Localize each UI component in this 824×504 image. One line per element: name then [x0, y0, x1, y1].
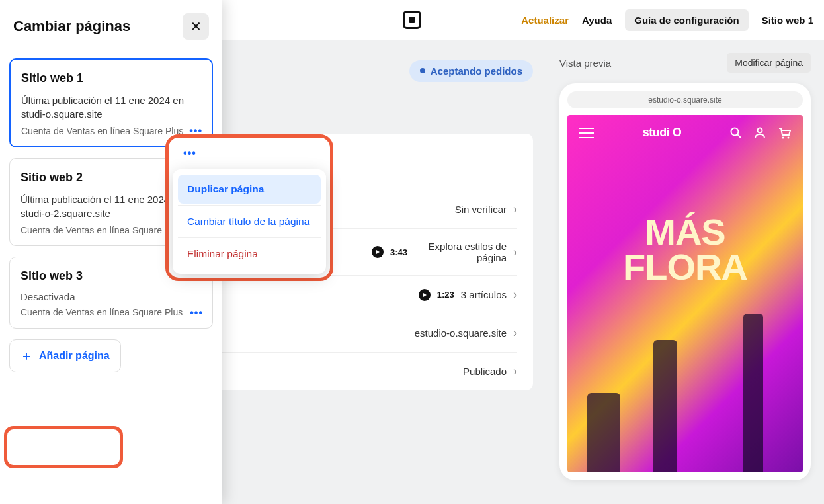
video-duration: 3:43	[390, 247, 407, 257]
chevron-right-icon: ›	[513, 288, 517, 302]
close-icon: ✕	[190, 19, 202, 34]
chevron-right-icon: ›	[513, 202, 517, 216]
orders-status-label: Aceptando pedidos	[431, 65, 522, 77]
preview-hero-text: MÁS FLORA	[567, 214, 803, 284]
site-options-popover: Duplicar página Cambiar título de la pág…	[173, 169, 326, 274]
task-status: Sin verificar	[455, 204, 507, 215]
play-icon[interactable]	[372, 246, 384, 258]
site-card-more-button[interactable]: •••	[190, 307, 203, 319]
search-icon[interactable]	[730, 127, 742, 139]
add-page-label: Añadir página	[39, 350, 110, 362]
svg-point-2	[782, 136, 784, 138]
preview-brand: studi O	[643, 126, 682, 140]
chevron-right-icon: ›	[513, 364, 517, 378]
more-options-trigger[interactable]: •••	[177, 142, 203, 165]
svg-point-0	[731, 128, 739, 135]
site-options-popover-wrapper: ••• Duplicar página Cambiar título de la…	[165, 134, 333, 281]
site-card-publication: Última publicación el 11 ene 2024 en stu…	[21, 93, 201, 121]
preview-url: estudio-o.square.site	[567, 91, 803, 108]
user-icon[interactable]	[754, 127, 766, 139]
task-status: 3 artículos	[461, 289, 507, 300]
popover-rename[interactable]: Cambiar título de la página	[178, 207, 321, 236]
site-selector[interactable]: Sitio web 1	[762, 15, 813, 26]
popover-duplicate[interactable]: Duplicar página	[178, 175, 321, 204]
orders-status-badge: Aceptando pedidos	[409, 60, 533, 82]
task-status: Explora estilos de página	[414, 241, 507, 263]
menu-icon[interactable]	[579, 128, 594, 138]
site-card-title: Sitio web 1	[21, 71, 201, 85]
video-duration: 1:23	[437, 290, 454, 300]
upgrade-link[interactable]: Actualizar	[521, 15, 569, 26]
plus-icon: ＋	[21, 348, 32, 364]
chevron-right-icon: ›	[513, 326, 517, 340]
task-status: Publicado	[463, 366, 507, 377]
popover-delete[interactable]: Eliminar página	[178, 239, 321, 269]
play-icon[interactable]	[419, 289, 431, 301]
modify-page-button[interactable]: Modificar página	[727, 53, 811, 73]
cart-icon[interactable]	[778, 127, 791, 139]
close-button[interactable]: ✕	[183, 13, 209, 40]
help-link[interactable]: Ayuda	[582, 15, 612, 26]
chevron-right-icon: ›	[513, 245, 517, 259]
svg-point-3	[788, 136, 790, 138]
add-page-button[interactable]: ＋ Añadir página	[9, 339, 121, 372]
task-status: estudio-o.square.site	[415, 327, 507, 339]
site-card-status: Desactivada	[21, 291, 202, 302]
site-card-plan: Cuenta de Ventas en línea Square Plus	[21, 306, 202, 318]
setup-guide-button[interactable]: Guía de configuración	[625, 9, 748, 31]
svg-point-1	[758, 128, 762, 132]
sidebar-title: Cambiar páginas	[13, 18, 130, 35]
phone-preview: estudio-o.square.site studi O	[559, 83, 811, 480]
preview-label: Vista previa	[559, 58, 611, 69]
square-logo	[403, 11, 421, 29]
